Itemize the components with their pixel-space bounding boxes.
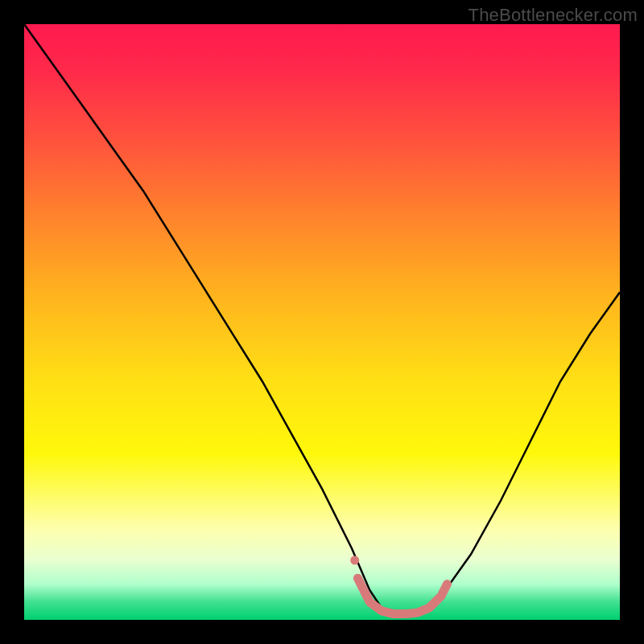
valley-marker-group [350, 556, 447, 614]
bottleneck-curve [24, 24, 620, 614]
valley-marker-dot [350, 556, 359, 565]
valley-highlight-stroke [357, 578, 447, 613]
curve-svg [24, 24, 620, 620]
watermark-text: TheBottlenecker.com [469, 5, 638, 26]
plot-background-gradient [24, 24, 620, 620]
chart-frame: TheBottlenecker.com [0, 0, 644, 644]
